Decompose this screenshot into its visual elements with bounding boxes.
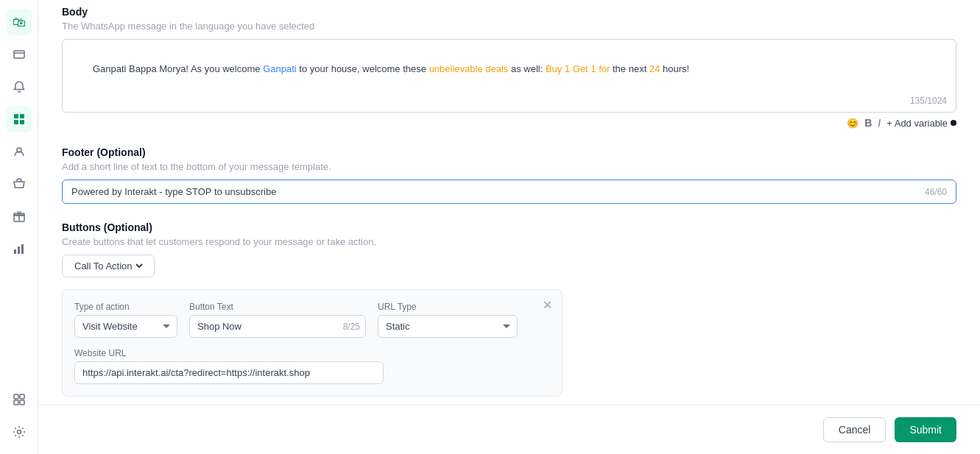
body-char-count: 135/1024 — [910, 96, 947, 106]
svg-rect-2 — [14, 114, 18, 118]
body-link-deals: unbelievable deals — [429, 63, 509, 74]
footer-label: Footer (Optional) — [62, 146, 956, 158]
buttons-section: Buttons (Optional) Create buttons that l… — [62, 221, 956, 433]
button-text-group: Button Text 8/25 — [189, 302, 366, 338]
bold-icon[interactable]: B — [864, 117, 872, 129]
variable-dot — [951, 120, 956, 126]
body-link-for: for — [599, 63, 610, 74]
url-type-label: URL Type — [378, 302, 518, 312]
footer-input-text: Powered by Interakt - type STOP to unsub… — [71, 186, 919, 197]
body-link-get: Get 1 — [573, 63, 596, 74]
website-url-label: Website URL — [74, 348, 550, 358]
body-label: Body — [62, 6, 956, 18]
submit-button[interactable]: Submit — [895, 417, 956, 442]
page-footer: Cancel Submit — [38, 405, 980, 454]
url-field-row: Website URL — [74, 348, 550, 384]
svg-rect-13 — [14, 394, 18, 399]
action-card-top-row: Type of action Visit Website Call Phone … — [74, 302, 550, 338]
svg-rect-16 — [20, 400, 24, 405]
type-of-action-label: Type of action — [74, 302, 177, 312]
type-of-action-group: Type of action Visit Website Call Phone … — [74, 302, 177, 338]
emoji-icon[interactable]: 😊 — [847, 118, 859, 129]
type-of-action-select[interactable]: Visit Website Call Phone Number — [74, 315, 177, 338]
footer-desc: Add a short line of text to the bottom o… — [62, 161, 956, 172]
bell-icon[interactable] — [6, 74, 32, 100]
svg-rect-5 — [20, 120, 24, 124]
button-type-dropdown[interactable]: None Call To Action Quick Reply — [62, 255, 155, 277]
button-text-wrapper: 8/25 — [189, 315, 366, 338]
body-toolbar: 😊 B I + Add variable — [62, 117, 956, 129]
cancel-button[interactable]: Cancel — [823, 417, 886, 442]
body-desc: The WhatsApp message in the language you… — [62, 21, 956, 32]
button-text-input[interactable] — [189, 315, 366, 338]
inbox-icon[interactable] — [6, 41, 32, 68]
body-link-ganpati: Ganpati — [263, 63, 297, 74]
body-textarea-wrapper[interactable]: Ganpati Bappa Morya! As you welcome Ganp… — [62, 39, 956, 113]
website-url-input[interactable] — [74, 361, 384, 384]
gift-icon[interactable] — [6, 203, 32, 230]
chart-icon[interactable] — [6, 235, 32, 262]
action-card: Type of action Visit Website Call Phone … — [62, 289, 563, 397]
grid-icon[interactable] — [6, 106, 32, 132]
url-type-group: URL Type Static Dynamic — [378, 302, 518, 338]
svg-rect-10 — [14, 249, 16, 254]
contacts-icon[interactable] — [6, 138, 32, 165]
footer-input-wrapper[interactable]: Powered by Interakt - type STOP to unsub… — [62, 180, 956, 204]
svg-point-17 — [17, 430, 21, 434]
url-type-select[interactable]: Static Dynamic — [378, 315, 518, 338]
add-variable-label: + Add variable — [886, 118, 948, 129]
button-text-label: Button Text — [189, 302, 366, 312]
button-type-select[interactable]: None Call To Action Quick Reply — [71, 260, 145, 272]
settings-icon[interactable] — [6, 419, 32, 445]
svg-rect-12 — [21, 244, 24, 254]
svg-rect-3 — [20, 114, 24, 118]
add-icon[interactable] — [6, 386, 32, 413]
shop-icon[interactable] — [6, 171, 32, 197]
body-section: Body The WhatsApp message in the languag… — [62, 6, 956, 129]
buttons-desc: Create buttons that let customers respon… — [62, 236, 956, 247]
italic-icon[interactable]: I — [878, 117, 881, 129]
footer-char-count: 46/60 — [925, 187, 947, 197]
main-content: Body The WhatsApp message in the languag… — [38, 0, 980, 454]
body-text: Ganpati Bappa Morya! As you welcome Ganp… — [71, 47, 947, 91]
add-variable-button[interactable]: + Add variable — [886, 118, 956, 129]
svg-rect-14 — [20, 394, 24, 399]
footer-section: Footer (Optional) Add a short line of te… — [62, 146, 956, 204]
body-link-24: 24 — [649, 63, 660, 74]
body-link-buy: Buy 1 — [546, 63, 570, 74]
bag-icon[interactable]: 🛍 — [6, 9, 32, 35]
svg-rect-11 — [18, 246, 20, 254]
buttons-label: Buttons (Optional) — [62, 221, 956, 233]
close-action-button[interactable]: ✕ — [538, 296, 556, 313]
svg-rect-0 — [14, 51, 24, 58]
svg-rect-4 — [14, 120, 18, 124]
sidebar: 🛍 — [0, 0, 38, 454]
svg-rect-15 — [14, 400, 18, 405]
